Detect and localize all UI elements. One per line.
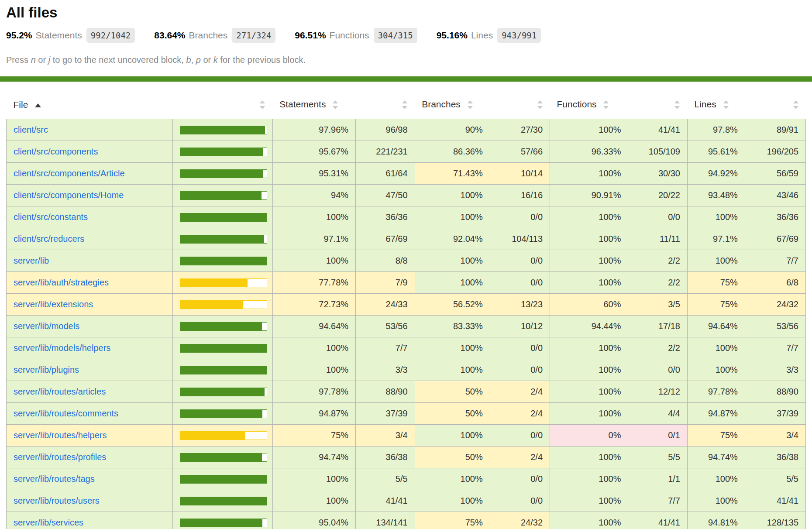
file-link[interactable]: server/lib/services [14, 518, 83, 527]
sort-icon[interactable] [402, 100, 408, 110]
column-header-statements-fraction[interactable] [356, 92, 415, 119]
branches-fraction-cell: 57/66 [490, 141, 550, 163]
table-row: server/lib/routes/tags 100% 5/5 100% 0/0… [7, 468, 806, 490]
file-cell: server/lib/routes/profiles [7, 447, 173, 468]
branches-pct-cell: 50% [415, 381, 490, 403]
coverage-bar [180, 388, 267, 396]
table-row: server/lib/routes/articles 97.78% 88/90 … [7, 381, 806, 403]
branches-pct-cell: 83.33% [415, 316, 490, 337]
lines-pct-cell: 97.78% [687, 381, 745, 403]
file-link[interactable]: server/lib/models [14, 321, 79, 331]
file-cell: server/lib/plugins [7, 359, 173, 381]
lines-pct-cell: 100% [687, 359, 745, 381]
branches-pct-cell: 90% [415, 119, 490, 141]
sort-icon[interactable] [603, 100, 609, 110]
functions-pct-cell: 100% [550, 403, 628, 425]
functions-fraction-cell: 30/30 [628, 163, 687, 185]
file-link[interactable]: client/src/components/Article [14, 168, 125, 178]
coverage-bar [180, 409, 267, 418]
coverage-bar [180, 344, 267, 353]
file-link[interactable]: server/lib/auth/strategies [14, 278, 109, 287]
coverage-bar-fill [180, 257, 267, 265]
sort-icon[interactable] [723, 100, 729, 110]
coverage-bar-empty [262, 323, 267, 330]
branches-fraction-cell: 0/0 [490, 250, 550, 272]
lines-pct-cell: 94.87% [687, 403, 745, 425]
column-label-branches: Branches [422, 99, 461, 109]
file-link[interactable]: server/lib/routes/comments [14, 409, 118, 418]
file-link[interactable]: client/src/reducers [14, 234, 84, 244]
statements-fraction-cell: 36/38 [356, 447, 415, 468]
summary-metric: 96.51% Functions 304/315 [295, 28, 417, 43]
sort-icon[interactable] [259, 100, 265, 110]
statements-pct-cell: 100% [272, 468, 355, 490]
file-link[interactable]: server/lib/plugins [14, 365, 79, 374]
file-cell: server/lib/services [7, 512, 173, 529]
sort-icon[interactable] [793, 100, 799, 110]
coverage-bar-fill [180, 475, 267, 483]
coverage-bar [180, 191, 267, 200]
coverage-bar [180, 475, 267, 484]
file-link[interactable]: client/src [14, 125, 48, 134]
branches-pct-cell: 100% [415, 468, 490, 490]
functions-fraction-cell: 2/2 [628, 250, 687, 272]
file-cell: server/lib/models/helpers [7, 337, 173, 359]
statements-pct-cell: 100% [272, 490, 355, 512]
coverage-bar [180, 300, 267, 309]
statements-pct-cell: 97.96% [272, 119, 355, 141]
file-link[interactable]: server/lib/routes/tags [14, 474, 95, 484]
column-header-functions-fraction[interactable] [628, 92, 687, 119]
table-row: client/src/components 95.67% 221/231 86.… [7, 141, 806, 163]
file-link[interactable]: server/lib/routes/users [14, 496, 100, 505]
statements-pct-cell: 100% [272, 359, 355, 381]
file-link[interactable]: client/src/constants [14, 212, 88, 222]
coverage-bar-empty [264, 235, 267, 243]
column-header-lines[interactable]: Lines [687, 92, 745, 119]
file-link[interactable]: server/lib/extensions [14, 299, 93, 309]
functions-fraction-cell: 105/109 [628, 141, 687, 163]
file-cell: server/lib/auth/strategies [7, 272, 173, 294]
summary-metric-percent: 95.2% [6, 30, 32, 41]
functions-pct-cell: 0% [550, 425, 628, 447]
table-row: server/lib/routes/comments 94.87% 37/39 … [7, 403, 806, 425]
column-header-bar[interactable] [172, 92, 272, 119]
statements-pct-cell: 77.78% [272, 272, 355, 294]
file-link[interactable]: client/src/components/Home [14, 190, 124, 200]
sort-icon[interactable] [332, 100, 338, 110]
branches-fraction-cell: 24/32 [490, 512, 550, 529]
file-link[interactable]: server/lib [14, 256, 49, 265]
functions-pct-cell: 100% [550, 272, 628, 294]
file-link[interactable]: server/lib/routes/profiles [14, 452, 106, 462]
column-header-statements[interactable]: Statements [272, 92, 355, 119]
column-header-branches-fraction[interactable] [490, 92, 550, 119]
sort-icon[interactable] [674, 100, 680, 110]
summary-metric-percent: 96.51% [295, 30, 326, 41]
lines-fraction-cell: 88/90 [745, 381, 805, 403]
branches-fraction-cell: 16/16 [490, 185, 550, 206]
lines-pct-cell: 94.81% [687, 512, 745, 529]
lines-pct-cell: 75% [687, 425, 745, 447]
sort-icon[interactable] [467, 100, 473, 110]
statements-fraction-cell: 7/9 [356, 272, 415, 294]
column-header-file[interactable]: File [7, 92, 173, 119]
branches-fraction-cell: 10/12 [490, 316, 550, 337]
statements-pct-cell: 72.73% [272, 294, 355, 316]
branches-fraction-cell: 0/0 [490, 468, 550, 490]
coverage-bar-empty [263, 170, 267, 178]
column-header-functions[interactable]: Functions [550, 92, 628, 119]
file-link[interactable]: client/src/components [14, 147, 98, 156]
coverage-bar-cell [172, 294, 272, 316]
column-header-branches[interactable]: Branches [415, 92, 490, 119]
column-header-lines-fraction[interactable] [745, 92, 805, 119]
summary-metric-percent: 83.64% [154, 30, 185, 41]
file-link[interactable]: server/lib/models/helpers [14, 343, 110, 353]
coverage-bar-cell [172, 228, 272, 250]
statements-pct-cell: 97.78% [272, 381, 355, 403]
lines-fraction-cell: 36/38 [745, 447, 805, 468]
file-link[interactable]: server/lib/routes/helpers [14, 430, 107, 440]
table-row: server/lib/routes/users 100% 41/41 100% … [7, 490, 806, 512]
lines-pct-cell: 94.74% [687, 447, 745, 468]
file-cell: client/src/components [7, 141, 173, 163]
file-link[interactable]: server/lib/routes/articles [14, 387, 106, 396]
sort-icon[interactable] [537, 100, 543, 110]
